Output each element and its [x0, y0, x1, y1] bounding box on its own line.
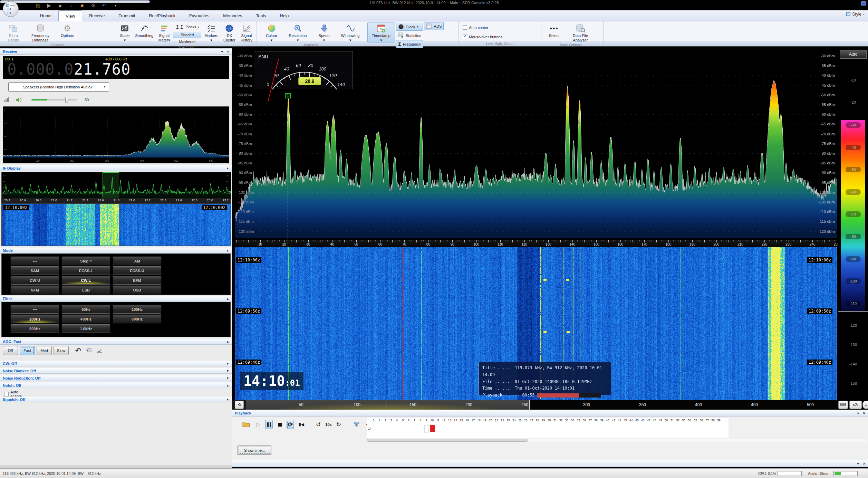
- mode-ecss-u-button[interactable]: ECSS-U: [113, 266, 161, 275]
- scroll-region-inactive[interactable]: [530, 400, 837, 410]
- skip-start-button[interactable]: ▮◀: [297, 420, 306, 429]
- collapse-icon[interactable]: ▼: [857, 462, 860, 466]
- collapse-icon[interactable]: ▲: [226, 249, 229, 252]
- filter-400hz-button[interactable]: 400Hz: [62, 315, 110, 323]
- data-file-analyser-button[interactable]: Data File Analyser: [566, 22, 595, 42]
- colour-button[interactable]: Colour ▾: [259, 22, 284, 42]
- statistics-button[interactable]: 9Statistics: [396, 31, 423, 39]
- extra-bands-button[interactable]: Extra Bands: [3, 22, 24, 42]
- tab-help[interactable]: Help: [273, 10, 296, 21]
- collapse-icon[interactable]: ▲: [226, 384, 229, 387]
- collapse-icon[interactable]: ▼: [226, 398, 229, 401]
- stop-icon[interactable]: ■: [57, 2, 64, 9]
- mode-am-button[interactable]: AM: [113, 257, 161, 265]
- zoom-x2-button[interactable]: x2▸: [849, 401, 862, 409]
- timestamp-button[interactable]: 15Timestamp ▾: [367, 22, 395, 42]
- playback-grid-scrollbar[interactable]: [367, 439, 866, 442]
- open-button[interactable]: [241, 420, 251, 429]
- more-icon[interactable]: ▾: [112, 2, 119, 9]
- mode---button[interactable]: •••: [11, 257, 59, 265]
- playback-minute-grid[interactable]: 0123456789101112131415161718192021222324…: [367, 418, 729, 438]
- resolution-button[interactable]: Resolution ▾: [285, 22, 310, 42]
- scale-button[interactable]: Scale ▾: [117, 22, 132, 42]
- record-icon[interactable]: ▶: [46, 2, 52, 9]
- add-icon[interactable]: +: [68, 2, 75, 9]
- filter-200hz-button[interactable]: 200Hz: [11, 315, 59, 323]
- collapse-icon[interactable]: ▼: [857, 412, 860, 415]
- close-icon[interactable]: ×: [863, 461, 865, 466]
- dx-cluster-button[interactable]: DX Cluster: [221, 22, 238, 42]
- frequency-button[interactable]: ΣFrequency: [396, 40, 423, 48]
- mode-step--button[interactable]: Step ≡: [62, 257, 110, 265]
- filter-50hz-button[interactable]: 50Hz: [62, 305, 110, 314]
- tab-tools[interactable]: Tools: [249, 10, 273, 21]
- volume-slider[interactable]: [31, 99, 77, 101]
- mode-sam-button[interactable]: SAM: [11, 266, 59, 275]
- speed-button[interactable]: Speed ▾: [311, 22, 337, 42]
- collapse-icon[interactable]: ▲: [226, 297, 229, 300]
- collapse-icon[interactable]: ▲: [226, 340, 229, 343]
- undo-icon[interactable]: ↶: [101, 2, 108, 9]
- play-button[interactable]: ▷: [254, 420, 262, 429]
- filter-100hz-button[interactable]: 100Hz: [113, 305, 161, 314]
- tools-icon[interactable]: ⚙: [90, 2, 97, 9]
- style-button[interactable]: Style ▾: [846, 12, 865, 17]
- smoothing-button[interactable]: Smoothing: [133, 22, 155, 38]
- frequency-ruler[interactable]: 1020304050607080901001101201301401501601…: [235, 240, 837, 247]
- scrollbar-thumb[interactable]: [0, 0, 150, 3]
- agc-fast-button[interactable]: Fast: [20, 346, 35, 355]
- agc-off-button[interactable]: Off: [3, 346, 18, 355]
- tab-memories[interactable]: Memories: [216, 10, 249, 21]
- mode-lsb-button[interactable]: LSB: [62, 286, 110, 294]
- audio-device-select[interactable]: Speakers (Realtek High Definition Audio)…: [8, 82, 109, 92]
- filter-1.0khz-button[interactable]: 1.0kHz: [62, 324, 110, 333]
- mode-ecss-l-button[interactable]: ECSS-L: [62, 266, 110, 275]
- pause-button[interactable]: [265, 420, 273, 429]
- stop-button[interactable]: [276, 420, 283, 429]
- collapse-icon[interactable]: ▲: [226, 166, 229, 170]
- clock-button[interactable]: Clock▾: [396, 23, 423, 31]
- frequency-display[interactable]: RX 1 400 - 600 Hz 0.000.021.760: [3, 56, 229, 79]
- open-file-icon[interactable]: ▨: [35, 2, 41, 9]
- collapse-icon[interactable]: ▼: [226, 376, 229, 380]
- shaded-button[interactable]: Shaded: [173, 32, 201, 38]
- peaks-button[interactable]: ↥↥Peaks▾: [173, 23, 201, 31]
- colorbar-auto-button[interactable]: Auto: [840, 50, 867, 59]
- collapse-icon[interactable]: ▼: [226, 362, 229, 365]
- volume-thumb[interactable]: [65, 97, 68, 103]
- markers-button[interactable]: Markers ▾: [202, 22, 220, 42]
- select-button[interactable]: •••Select: [543, 22, 565, 38]
- scroll-region-active[interactable]: [246, 400, 529, 410]
- grid-cell-selected[interactable]: [424, 425, 429, 432]
- window-button[interactable]: [861, 1, 866, 6]
- favourite-icon[interactable]: ★: [79, 2, 86, 9]
- undo-icon[interactable]: ↶: [75, 346, 81, 355]
- mouse-over-buttons-checkbox[interactable]: Mouse-over buttons: [461, 34, 504, 40]
- audio-spectrum[interactable]: [3, 106, 229, 163]
- scrollbar-thumb[interactable]: [367, 439, 528, 442]
- agc-med-button[interactable]: Med: [37, 346, 52, 355]
- grid-cell-recording[interactable]: [430, 425, 435, 432]
- mode-cw-u-button[interactable]: CW-U: [11, 276, 59, 285]
- options-button[interactable]: ⚙Options: [57, 22, 78, 38]
- forward-10s-button[interactable]: ↻: [335, 420, 343, 429]
- pan-button[interactable]: ↔: [862, 401, 868, 409]
- sidebar-horizontal-scrollbar[interactable]: [0, 465, 232, 468]
- frequency-database-button[interactable]: Frequency Database: [25, 22, 56, 42]
- maximum-button[interactable]: Maximum: [173, 39, 201, 45]
- collapse-icon[interactable]: ▼: [221, 50, 224, 54]
- close-icon[interactable]: ×: [227, 49, 229, 54]
- collapse-icon[interactable]: ▼: [226, 369, 229, 373]
- rds-button[interactable]: RDS: [424, 22, 444, 30]
- if-spectrum[interactable]: [1, 172, 231, 199]
- tab-receive[interactable]: Receive: [82, 10, 112, 21]
- tab-rec-playback[interactable]: Rec/Playback: [142, 10, 182, 21]
- loop-button[interactable]: ⟳: [287, 420, 294, 429]
- signal-meter-button[interactable]: Signal Meter▾: [156, 22, 172, 42]
- mode-cw-l-button[interactable]: CW-L: [62, 276, 110, 285]
- close-icon[interactable]: ×: [863, 411, 865, 415]
- mode-usb-button[interactable]: USB: [113, 286, 161, 294]
- pan-reset-button[interactable]: ⟲: [235, 401, 244, 409]
- keyboard-button[interactable]: ⌨: [838, 401, 848, 409]
- windowing-button[interactable]: Windowing ▾: [338, 22, 363, 42]
